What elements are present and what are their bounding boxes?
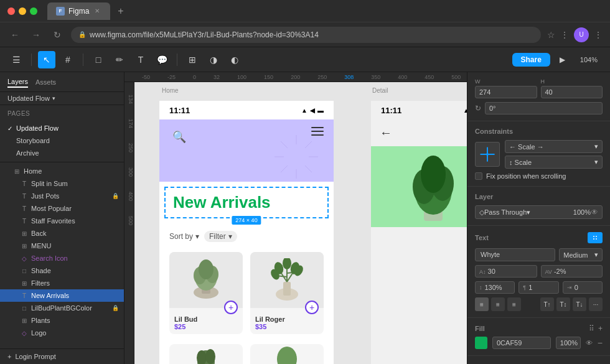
fix-position-toggle[interactable]: Fix position when scrolling: [475, 172, 603, 180]
canvas-content: Home Detail 11:11 ▲ ◀ ▬ 🔍: [134, 82, 467, 364]
shape-tool-btn[interactable]: □: [90, 51, 107, 68]
text-middle-btn[interactable]: T↕: [556, 297, 570, 311]
width-input[interactable]: 274: [475, 86, 537, 98]
pen-tool-btn[interactable]: ✏: [111, 51, 128, 68]
close-tab-btn[interactable]: ✕: [93, 7, 101, 16]
layer-item-menu[interactable]: ⊞ MENU: [0, 240, 124, 252]
fill-grid-icon[interactable]: ⠿: [589, 324, 594, 333]
text-more-btn[interactable]: ···: [589, 297, 603, 311]
minimize-window-btn[interactable]: [19, 7, 26, 15]
letter-spacing-input[interactable]: AV -2%: [541, 265, 603, 278]
flow-selector[interactable]: Updated Flow ▾: [0, 92, 124, 105]
new-arrivals-container[interactable]: New Arrivals 274 × 40: [164, 187, 329, 218]
product-card-4[interactable]: [250, 344, 324, 364]
page-item-storyboard[interactable]: Storyboard: [0, 134, 124, 147]
fill-color-swatch[interactable]: [475, 337, 487, 349]
indent-input[interactable]: ⇥ 0: [563, 281, 603, 294]
layer-item-split-in-sum[interactable]: T Split in Sum: [0, 177, 124, 190]
comment-tool-btn[interactable]: 💬: [153, 51, 171, 68]
fill-color-input[interactable]: 0CAF59: [492, 337, 551, 349]
address-bar-actions: ☆ ⋮ U ⋮: [547, 27, 603, 42]
font-size-input[interactable]: A↕ 30: [475, 265, 537, 278]
play-button[interactable]: ▶: [554, 51, 571, 68]
paragraph-spacing-input[interactable]: ¶ 1: [518, 281, 558, 294]
align-right-btn[interactable]: ≡: [507, 297, 521, 311]
pen-icon: ✏: [116, 55, 123, 65]
eye-icon[interactable]: 👁: [591, 208, 598, 217]
mask-btn[interactable]: ◑: [205, 51, 222, 68]
components-btn[interactable]: ⊞: [184, 51, 201, 68]
share-button[interactable]: Share: [512, 53, 550, 67]
url-bar[interactable]: 🔒 www.figma.com/file/x5MuLtiPlaY3r/Lil-B…: [71, 27, 541, 43]
layer-item-back[interactable]: ⊞ Back: [0, 227, 124, 240]
fix-position-checkbox[interactable]: [475, 172, 482, 180]
tab-assets[interactable]: Assets: [35, 77, 56, 87]
figma-menu-btn[interactable]: ☰: [7, 51, 25, 68]
sort-filter-row: Sort by ▾ Filter ▾: [159, 228, 334, 245]
nav-forward-btn[interactable]: →: [29, 30, 44, 40]
nav-back-btn[interactable]: ←: [7, 30, 22, 40]
layer-item-logo[interactable]: ◇ Logo: [0, 327, 124, 339]
frame-icon: ⊞: [20, 279, 29, 287]
fill-remove-btn[interactable]: −: [598, 338, 603, 348]
font-name-input[interactable]: Whyte: [475, 248, 555, 261]
new-tab-btn[interactable]: +: [115, 6, 126, 17]
back-arrow-btn[interactable]: ←: [380, 126, 392, 139]
user-avatar[interactable]: U: [574, 27, 589, 42]
align-left-btn[interactable]: ≡: [475, 297, 489, 311]
line-height-input[interactable]: ↕ 130%: [475, 281, 515, 294]
blend-mode-select[interactable]: ◇ Pass Through ▾ 100% 👁: [475, 205, 603, 219]
login-prompt[interactable]: + Login Prompt: [0, 348, 124, 364]
text-bottom-btn[interactable]: T↓: [573, 297, 586, 311]
product-card-1[interactable]: + Lil Bud $25: [169, 252, 243, 334]
product-card-2[interactable]: + Lil Roger $35: [250, 252, 324, 334]
product-price-1: $25: [174, 323, 238, 330]
layer-item-just-pots[interactable]: T Just Pots 🔒: [0, 190, 124, 202]
layer-item-shade[interactable]: □ Shade: [0, 264, 124, 277]
height-input[interactable]: 40: [541, 86, 603, 98]
filter-btn[interactable]: Filter ▾: [204, 231, 237, 242]
add-fill-btn[interactable]: +: [598, 324, 603, 333]
text-tool-btn[interactable]: T: [132, 51, 149, 68]
page-item-updated-flow[interactable]: ✓ Updated Flow: [0, 122, 124, 134]
font-weight-select[interactable]: Medium ▾: [559, 248, 603, 261]
extensions-icon[interactable]: ⋮: [560, 30, 569, 40]
layer-item-plants[interactable]: ⊞ Plants: [0, 314, 124, 327]
text-style-btn[interactable]: [588, 232, 603, 243]
h-constraint-select[interactable]: ← Scale → ▾: [505, 140, 603, 153]
chrome-menu-icon[interactable]: ⋮: [594, 30, 603, 40]
layer-item-home[interactable]: ⊞ Home: [0, 165, 124, 177]
rotation-input[interactable]: 0°: [485, 102, 603, 114]
layer-item-search-icon[interactable]: ◇ Search Icon: [0, 252, 124, 264]
layer-item-lilbud-bg-color[interactable]: □ LilBudPlantBGColor 🔒: [0, 302, 124, 314]
figma-tab[interactable]: F Figma ✕: [47, 2, 110, 20]
signal-icon: ◀: [310, 107, 315, 114]
page-label: Updated Flow: [16, 124, 59, 132]
fill-opacity-input[interactable]: 100%: [556, 337, 581, 349]
layer-item-staff-favorites[interactable]: T Staff Favorites: [0, 215, 124, 227]
v-constraint-select[interactable]: ↕ Scale ▾: [505, 156, 603, 169]
fill-eye-icon[interactable]: 👁: [586, 339, 593, 347]
close-window-btn[interactable]: [7, 7, 15, 15]
text-top-btn[interactable]: T↑: [540, 297, 554, 311]
theme-btn[interactable]: ◐: [226, 51, 243, 68]
tab-layers[interactable]: Layers: [7, 77, 28, 88]
layer-item-new-arrivals[interactable]: T New Arrivals: [0, 289, 124, 302]
sort-by-btn[interactable]: Sort by ▾: [169, 232, 199, 241]
layer-item-most-popular[interactable]: T Most Popular: [0, 202, 124, 215]
nav-refresh-btn[interactable]: ↻: [50, 30, 65, 40]
product-card-3[interactable]: [169, 344, 243, 364]
frame-tool-btn[interactable]: #: [59, 51, 77, 68]
layer-section: Layer ◇ Pass Through ▾ 100% 👁: [467, 187, 610, 226]
ruler-v-mark: 300: [126, 167, 134, 177]
canvas[interactable]: -50 -25 0 32 100 150 200 250 308 350 400…: [124, 72, 467, 364]
zoom-level[interactable]: 104%: [575, 54, 603, 66]
search-icon[interactable]: 🔍: [169, 127, 189, 147]
bookmark-icon[interactable]: ☆: [547, 30, 555, 40]
select-tool-btn[interactable]: ↖: [38, 51, 55, 68]
align-center-btn[interactable]: ≡: [491, 297, 505, 311]
page-item-archive[interactable]: Archive: [0, 147, 124, 159]
text-section: Text Whyte Medium ▾ A↕ 30: [467, 226, 610, 318]
layer-item-filters[interactable]: ⊞ Filters: [0, 277, 124, 289]
maximize-window-btn[interactable]: [30, 7, 37, 15]
